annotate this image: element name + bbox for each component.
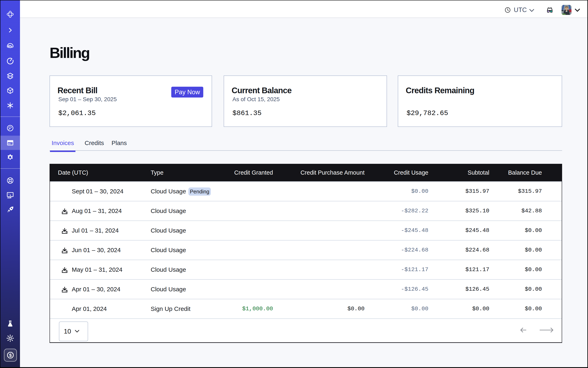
svg-text:$: $ [9, 352, 12, 358]
